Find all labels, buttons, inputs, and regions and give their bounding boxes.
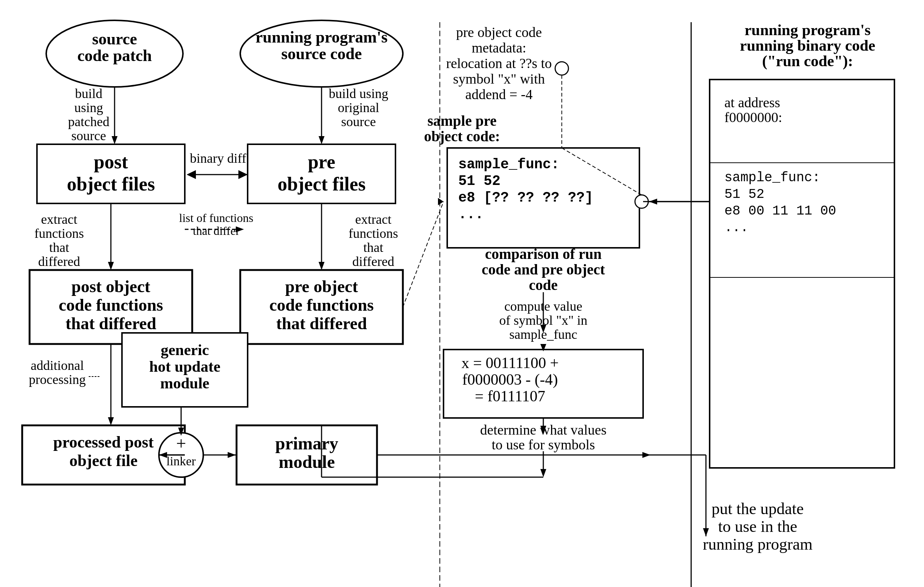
svg-text:at address: at address bbox=[724, 95, 780, 110]
svg-rect-123 bbox=[710, 79, 894, 468]
svg-text:primary: primary bbox=[276, 433, 338, 453]
svg-text:source: source bbox=[71, 128, 106, 143]
svg-text:comparison of run: comparison of run bbox=[485, 246, 602, 262]
svg-text:metadata:: metadata: bbox=[472, 40, 526, 56]
svg-text:x = 00111100 +: x = 00111100 + bbox=[461, 354, 558, 371]
svg-text:that: that bbox=[49, 240, 69, 255]
svg-text:object file: object file bbox=[69, 451, 137, 470]
svg-text:hot update: hot update bbox=[149, 358, 221, 375]
svg-text:relocation at ??s to: relocation at ??s to bbox=[446, 56, 552, 71]
svg-text:running program's: running program's bbox=[256, 28, 387, 46]
svg-text:symbol "x" with: symbol "x" with bbox=[453, 71, 545, 86]
svg-text:("run code"):: ("run code"): bbox=[762, 53, 853, 70]
svg-text:...: ... bbox=[458, 207, 483, 222]
diagram-container: source code patch running program's sour… bbox=[0, 0, 924, 587]
svg-text:differed: differed bbox=[352, 254, 394, 269]
svg-text:post object: post object bbox=[71, 277, 150, 296]
svg-text:= f0111107: = f0111107 bbox=[475, 388, 546, 405]
svg-text:...: ... bbox=[724, 220, 748, 235]
svg-point-82 bbox=[555, 62, 568, 75]
svg-text:code patch: code patch bbox=[77, 46, 152, 65]
svg-text:e8 00 11 11 00: e8 00 11 11 00 bbox=[724, 203, 836, 218]
svg-text:post: post bbox=[94, 151, 128, 172]
svg-text:e8 [?? ?? ?? ??]: e8 [?? ?? ?? ??] bbox=[458, 190, 593, 206]
svg-text:object code:: object code: bbox=[424, 128, 500, 145]
svg-text:build: build bbox=[75, 86, 102, 101]
svg-text:sample pre: sample pre bbox=[427, 112, 497, 129]
svg-text:extract: extract bbox=[355, 212, 391, 227]
svg-text:running program's: running program's bbox=[744, 21, 870, 38]
svg-text:sample_func: sample_func bbox=[509, 327, 578, 342]
svg-text:functions: functions bbox=[35, 226, 84, 241]
svg-text:to use in the: to use in the bbox=[718, 518, 797, 536]
svg-text:compute value: compute value bbox=[505, 299, 582, 314]
svg-text:that differed: that differed bbox=[276, 314, 367, 333]
svg-text:additional: additional bbox=[31, 358, 84, 373]
svg-text:linker: linker bbox=[166, 454, 196, 468]
svg-text:pre object code: pre object code bbox=[456, 25, 542, 40]
svg-text:sample_func:: sample_func: bbox=[458, 157, 559, 172]
svg-text:f0000000:: f0000000: bbox=[724, 109, 782, 125]
svg-text:using: using bbox=[74, 100, 103, 115]
svg-text:object files: object files bbox=[277, 174, 366, 195]
svg-text:code: code bbox=[529, 277, 558, 293]
svg-text:code and pre object: code and pre object bbox=[482, 261, 605, 278]
svg-text:addend = -4: addend = -4 bbox=[465, 86, 533, 102]
svg-text:put the update: put the update bbox=[711, 500, 804, 518]
svg-text:that: that bbox=[363, 240, 383, 255]
svg-text:that differed: that differed bbox=[65, 314, 156, 333]
svg-text:of symbol "x" in: of symbol "x" in bbox=[499, 313, 587, 328]
source-code-patch-label: source bbox=[92, 30, 137, 48]
svg-text:that differ: that differ bbox=[193, 224, 240, 238]
svg-text:pre: pre bbox=[308, 151, 335, 172]
svg-text:source: source bbox=[341, 114, 376, 129]
svg-text:processed post: processed post bbox=[53, 433, 154, 451]
svg-text:code functions: code functions bbox=[59, 296, 163, 314]
svg-text:differed: differed bbox=[38, 254, 80, 269]
svg-text:sample_func:: sample_func: bbox=[724, 170, 820, 185]
svg-text:source code: source code bbox=[281, 45, 362, 63]
svg-text:code functions: code functions bbox=[269, 296, 374, 314]
svg-text:list of functions: list of functions bbox=[179, 211, 254, 225]
svg-text:module: module bbox=[279, 452, 335, 471]
svg-text:build using: build using bbox=[328, 86, 388, 101]
svg-text:binary diff: binary diff bbox=[190, 151, 246, 166]
svg-text:+: + bbox=[176, 433, 186, 453]
svg-text:running program: running program bbox=[703, 535, 813, 553]
svg-text:running binary code: running binary code bbox=[740, 37, 875, 54]
svg-text:generic: generic bbox=[161, 341, 209, 359]
svg-text:pre object: pre object bbox=[285, 277, 358, 296]
svg-text:patched: patched bbox=[68, 114, 109, 129]
svg-text:to use for symbols: to use for symbols bbox=[492, 437, 595, 452]
svg-text:module: module bbox=[160, 375, 209, 392]
svg-text:51 52: 51 52 bbox=[458, 173, 500, 189]
svg-text:original: original bbox=[338, 100, 379, 115]
svg-text:object files: object files bbox=[67, 174, 155, 195]
svg-text:extract: extract bbox=[41, 212, 77, 227]
svg-text:f0000003 - (-4): f0000003 - (-4) bbox=[462, 371, 558, 389]
svg-text:functions: functions bbox=[348, 226, 398, 241]
svg-text:51 52: 51 52 bbox=[724, 187, 764, 202]
svg-text:processing: processing bbox=[29, 372, 86, 387]
